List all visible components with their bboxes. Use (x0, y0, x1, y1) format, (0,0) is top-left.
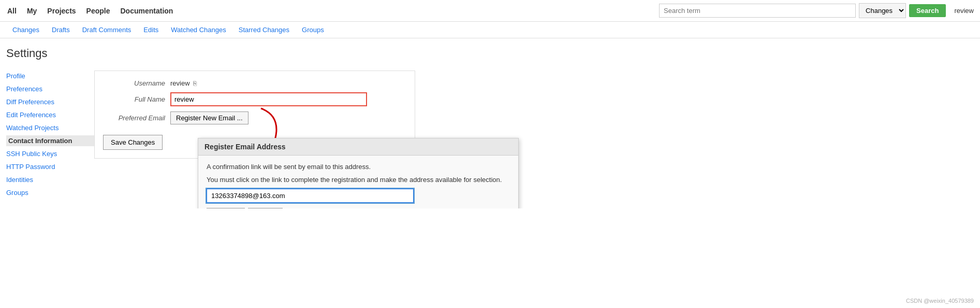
register-button[interactable]: Register (207, 208, 245, 208)
search-button[interactable]: Search (909, 4, 946, 17)
logged-in-user: review (954, 7, 974, 15)
copy-icon[interactable]: ⎘ (193, 80, 197, 87)
nav-documentation[interactable]: Documentation (120, 5, 174, 17)
page-container: Settings Profile Preferences Diff Prefer… (0, 38, 980, 208)
main-content: Username review ⎘ Full Name Preferred Em… (94, 71, 974, 200)
sub-nav: Changes Drafts Draft Comments Edits Watc… (0, 22, 980, 38)
sidebar-item-http-password[interactable]: HTTP Password (6, 161, 94, 172)
top-nav: All My Projects People Documentation Cha… (0, 0, 980, 22)
sidebar-item-watched-projects[interactable]: Watched Projects (6, 122, 94, 133)
sidebar: Profile Preferences Diff Preferences Edi… (6, 71, 94, 200)
subnav-starred-changes[interactable]: Starred Changes (232, 22, 296, 38)
register-email-dialog: Register Email Address A confirmation li… (198, 138, 519, 208)
save-changes-button[interactable]: Save Changes (103, 135, 163, 150)
username-row: Username review ⎘ (103, 79, 406, 87)
sidebar-item-diff-preferences[interactable]: Diff Preferences (6, 96, 94, 107)
dialog-title: Register Email Address (198, 138, 518, 156)
subnav-watched-changes[interactable]: Watched Changes (165, 22, 232, 38)
top-nav-links: All My Projects People Documentation (6, 5, 659, 17)
nav-people[interactable]: People (85, 5, 111, 17)
fullname-row: Full Name (103, 92, 406, 106)
username-text: review (170, 79, 190, 87)
register-new-email-button[interactable]: Register New Email ... (170, 111, 248, 124)
cancel-button[interactable]: Cancel (248, 208, 282, 208)
page-title: Settings (6, 47, 974, 60)
dialog-line1: A confirmation link will be sent by emai… (207, 163, 510, 171)
dialog-line2: You must click on the link to complete t… (207, 176, 510, 184)
nav-all[interactable]: All (6, 5, 18, 17)
fullname-input[interactable] (170, 92, 367, 106)
subnav-edits[interactable]: Edits (137, 22, 165, 38)
subnav-drafts[interactable]: Drafts (46, 22, 76, 38)
sidebar-item-profile[interactable]: Profile (6, 71, 94, 81)
fullname-label: Full Name (103, 95, 170, 103)
preferred-email-value: Register New Email ... (170, 111, 248, 124)
username-label: Username (103, 79, 170, 87)
sidebar-item-groups[interactable]: Groups (6, 187, 94, 198)
dialog-buttons: Register Cancel (207, 208, 510, 208)
preferred-email-row: Preferred Email Register New Email ... (103, 111, 406, 124)
sidebar-item-edit-preferences[interactable]: Edit Preferences (6, 109, 94, 120)
content-layout: Profile Preferences Diff Preferences Edi… (6, 71, 974, 200)
search-input[interactable] (659, 4, 856, 18)
subnav-changes[interactable]: Changes (6, 22, 46, 38)
username-value: review ⎘ (170, 79, 197, 87)
fullname-value (170, 92, 367, 106)
preferred-email-label: Preferred Email (103, 114, 170, 122)
sidebar-item-ssh-public-keys[interactable]: SSH Public Keys (6, 148, 94, 159)
sidebar-item-contact-information[interactable]: Contact Information (6, 135, 94, 146)
subnav-draft-comments[interactable]: Draft Comments (76, 22, 138, 38)
sidebar-item-preferences[interactable]: Preferences (6, 83, 94, 94)
subnav-groups[interactable]: Groups (296, 22, 330, 38)
search-type-dropdown[interactable]: Changes Projects People (859, 3, 906, 18)
dialog-body: A confirmation link will be sent by emai… (198, 156, 518, 208)
sidebar-item-identities[interactable]: Identities (6, 174, 94, 185)
nav-my[interactable]: My (26, 5, 38, 17)
nav-projects[interactable]: Projects (46, 5, 77, 17)
dialog-email-input[interactable] (207, 189, 414, 203)
search-area: Changes Projects People Search review (659, 3, 974, 18)
